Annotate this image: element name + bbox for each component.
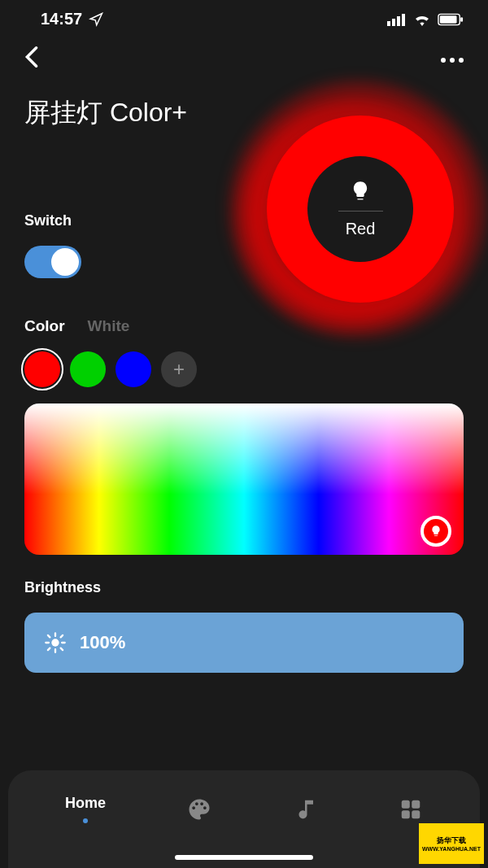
- bottom-nav: Home: [8, 770, 480, 868]
- nav-music[interactable]: [293, 797, 317, 822]
- nav-home[interactable]: Home: [65, 795, 106, 823]
- palette-icon: [187, 797, 211, 822]
- home-indicator[interactable]: [175, 855, 313, 860]
- svg-rect-8: [402, 800, 410, 808]
- nav-palette[interactable]: [187, 797, 211, 822]
- brightness-slider[interactable]: 100%: [24, 613, 464, 673]
- sun-icon: [44, 631, 67, 654]
- svg-rect-2: [397, 16, 400, 26]
- power-toggle[interactable]: [24, 246, 81, 278]
- svg-rect-9: [412, 800, 420, 808]
- svg-rect-0: [387, 21, 390, 26]
- nav-bar: [0, 35, 488, 83]
- watermark: 扬华下载 WWW.YANGHUA.NET: [419, 823, 484, 864]
- color-picker-handle[interactable]: [420, 516, 451, 547]
- add-preset-button[interactable]: +: [161, 351, 197, 387]
- status-time: 14:57: [41, 10, 82, 28]
- cellular-icon: [387, 13, 407, 26]
- svg-rect-6: [460, 17, 463, 22]
- tab-white[interactable]: White: [88, 317, 130, 335]
- battery-icon: [438, 13, 464, 26]
- preset-blue[interactable]: [115, 351, 151, 387]
- wifi-icon: [413, 13, 431, 26]
- brightness-value: 100%: [80, 632, 125, 653]
- svg-rect-3: [402, 14, 405, 26]
- location-icon: [89, 12, 103, 27]
- current-color-label: Red: [346, 220, 376, 238]
- back-button[interactable]: [24, 45, 39, 75]
- color-ring-display: Red: [228, 79, 488, 339]
- svg-point-7: [51, 639, 59, 646]
- svg-rect-5: [440, 15, 457, 23]
- more-button[interactable]: [441, 58, 464, 63]
- svg-rect-11: [412, 810, 420, 818]
- preset-red[interactable]: [24, 351, 60, 387]
- nav-apps[interactable]: [399, 797, 423, 822]
- bulb-icon: [429, 525, 442, 538]
- tab-color[interactable]: Color: [24, 317, 65, 335]
- color-picker[interactable]: [24, 403, 464, 555]
- color-presets: +: [24, 351, 464, 387]
- bulb-icon: [349, 180, 372, 203]
- brightness-label: Brightness: [24, 579, 464, 596]
- preset-green[interactable]: [70, 351, 106, 387]
- grid-icon: [399, 797, 423, 822]
- svg-rect-10: [402, 810, 410, 818]
- status-bar: 14:57: [0, 0, 488, 35]
- svg-rect-1: [392, 19, 395, 26]
- music-icon: [293, 797, 317, 822]
